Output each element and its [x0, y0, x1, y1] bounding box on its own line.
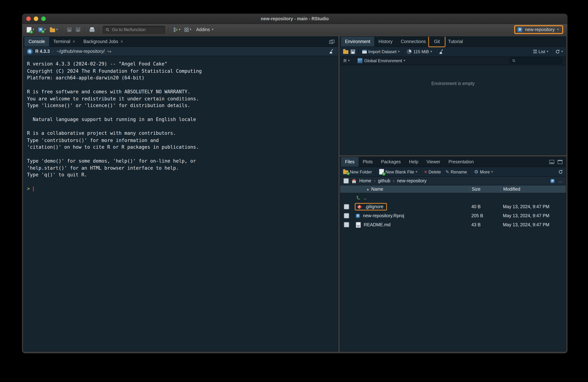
tab-viewer[interactable]: Viewer: [422, 157, 444, 167]
console-line: [27, 151, 338, 157]
chevron-down-icon: ▾: [44, 28, 46, 31]
table-row[interactable]: MD README.md 43 B May 13, 2024, 9:47 PM: [340, 220, 566, 229]
tab-help[interactable]: Help: [405, 157, 422, 167]
tab-label: Packages: [381, 159, 401, 164]
file-name[interactable]: .gitignore: [365, 204, 383, 209]
titlebar: new-repository - main - RStudio: [22, 14, 567, 24]
new-project-button[interactable]: R+ ▾: [37, 26, 47, 33]
tab-environment[interactable]: Environment: [341, 37, 374, 46]
print-button[interactable]: [88, 27, 96, 33]
close-tab-icon[interactable]: ×: [120, 39, 123, 44]
git-file-icon: [357, 204, 362, 209]
file-name[interactable]: new-repository.Rproj: [363, 213, 404, 218]
chevron-down-icon: ▾: [491, 170, 493, 173]
console-line: [27, 178, 338, 185]
environment-selector[interactable]: Global Environment ▾: [357, 58, 405, 63]
open-file-button[interactable]: ▾: [49, 26, 59, 33]
toolbar-separator: [62, 26, 63, 33]
memory-usage-button[interactable]: 115 MiB ▾: [407, 49, 432, 54]
load-workspace-button[interactable]: [343, 49, 348, 54]
file-name[interactable]: README.md: [364, 222, 391, 227]
select-all-checkbox[interactable]: [343, 178, 349, 184]
table-row-up[interactable]: ..: [340, 193, 566, 202]
breadcrumb-separator: ›: [374, 178, 375, 184]
tab-presentation[interactable]: Presentation: [444, 157, 478, 167]
list-view-button[interactable]: List ▾: [533, 49, 548, 54]
tab-label: Connections: [401, 39, 426, 44]
language-selector[interactable]: R ▾: [343, 58, 350, 63]
tab-files[interactable]: Files: [341, 157, 359, 167]
restore-panes-icon[interactable]: [329, 39, 335, 44]
chevron-down-icon: ▾: [404, 59, 405, 62]
goto-file-input[interactable]: [111, 27, 162, 32]
file-checkbox[interactable]: [344, 213, 349, 218]
file-size: 205 B: [471, 213, 503, 218]
goto-directory-icon[interactable]: ↪: [107, 48, 111, 54]
console-tabstrip: Console Terminal × Background Jobs ×: [23, 37, 338, 47]
console-output[interactable]: R version 4.3.3 (2024-02-29) -- "Angel F…: [23, 56, 338, 351]
clear-console-icon[interactable]: [329, 49, 335, 54]
toolbar-separator: [168, 26, 169, 33]
pane-layout-button[interactable]: ▾: [183, 27, 192, 32]
r-project-icon[interactable]: R: [550, 179, 555, 183]
tab-connections[interactable]: Connections: [397, 37, 430, 46]
tab-git[interactable]: Git: [430, 37, 444, 46]
toolbar-separator: [420, 169, 421, 175]
console-line: You are welcome to redistribute it under…: [27, 95, 338, 102]
save-workspace-button[interactable]: [351, 49, 355, 54]
tab-label: Plots: [363, 159, 373, 164]
file-checkbox[interactable]: [344, 222, 349, 227]
home-icon[interactable]: [351, 178, 357, 183]
toolbar-separator: [375, 169, 376, 175]
new-file-button[interactable]: + ▾: [25, 26, 35, 33]
tab-tutorial[interactable]: Tutorial: [444, 37, 467, 46]
environment-search-input[interactable]: [517, 58, 560, 63]
breadcrumb-home[interactable]: Home: [359, 178, 371, 184]
minimize-pane-icon[interactable]: [549, 160, 554, 164]
column-header-size[interactable]: Size: [469, 185, 503, 193]
delete-button[interactable]: × Delete: [424, 170, 441, 174]
import-dataset-button[interactable]: Import Dataset ▾: [362, 49, 399, 54]
refresh-environment-button[interactable]: ▾: [555, 49, 563, 54]
more-columns-icon[interactable]: …: [558, 178, 563, 184]
tab-label: Viewer: [426, 159, 440, 164]
environment-toolbar: Import Dataset ▾ 115 MiB ▾: [340, 47, 566, 57]
new-blank-file-label: New Blank File: [385, 170, 414, 174]
close-tab-icon[interactable]: ×: [73, 39, 75, 44]
new-blank-file-button[interactable]: + New Blank File ▾: [379, 169, 417, 174]
column-header-modified[interactable]: Modified: [501, 185, 566, 193]
table-row[interactable]: .gitignore 40 B May 13, 2024, 9:47 PM: [340, 202, 566, 211]
tab-terminal[interactable]: Terminal ×: [49, 37, 79, 46]
toolbar-separator: [85, 26, 85, 33]
environment-search-box[interactable]: [509, 57, 563, 64]
table-row[interactable]: R new-repository.Rproj 205 B May 13, 202…: [340, 211, 566, 220]
save-button[interactable]: [66, 27, 73, 33]
goto-file-search[interactable]: [103, 26, 165, 34]
minimize-window-button[interactable]: [34, 17, 38, 21]
addins-button[interactable]: Addins ▾: [194, 26, 215, 33]
tab-plots[interactable]: Plots: [359, 157, 377, 167]
refresh-files-button[interactable]: [558, 170, 563, 174]
tab-history[interactable]: History: [374, 37, 397, 46]
tab-background-jobs[interactable]: Background Jobs ×: [79, 37, 127, 46]
save-all-button[interactable]: [75, 27, 81, 33]
version-control-button[interactable]: ▾: [172, 26, 182, 33]
file-checkbox[interactable]: [344, 204, 349, 209]
file-name[interactable]: ..: [364, 195, 366, 200]
tab-console[interactable]: Console: [24, 37, 49, 46]
maximize-pane-icon[interactable]: [558, 160, 563, 164]
breadcrumb-new-repository[interactable]: new-repository: [397, 178, 426, 184]
zoom-window-button[interactable]: [41, 17, 46, 21]
toolbar-separator: [403, 48, 403, 55]
clear-environment-button[interactable]: [439, 49, 444, 54]
close-window-button[interactable]: [26, 17, 31, 21]
column-header-name[interactable]: ▲ Name: [353, 187, 471, 192]
sort-ascending-icon: ▲: [366, 187, 369, 191]
chevron-down-icon: ▾: [179, 28, 180, 31]
rename-button[interactable]: ✎ Rename: [445, 170, 467, 174]
more-button[interactable]: ⚙ More ▾: [474, 169, 493, 174]
new-folder-button[interactable]: + New Folder: [343, 169, 372, 174]
tab-packages[interactable]: Packages: [377, 157, 405, 167]
breadcrumb-github[interactable]: github: [378, 178, 390, 184]
project-selector-button[interactable]: R new-repository ▾: [514, 25, 563, 34]
